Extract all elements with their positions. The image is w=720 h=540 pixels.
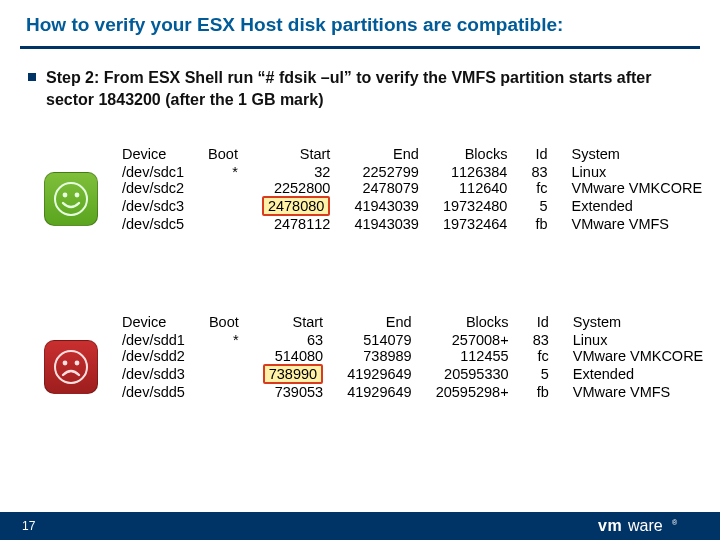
col-boot: Boot xyxy=(197,314,251,332)
table-row: /dev/sdc1*322252799112638483Linux xyxy=(122,164,714,180)
col-blocks: Blocks xyxy=(424,314,521,332)
col-id: Id xyxy=(521,314,561,332)
highlight-start-sector: 738990 xyxy=(263,364,323,384)
table-row: /dev/sdd2514080738989112455fcVMware VMKC… xyxy=(122,348,715,364)
smile-face-icon xyxy=(44,172,98,226)
col-end: End xyxy=(335,314,424,332)
svg-point-0 xyxy=(55,183,87,215)
col-blocks: Blocks xyxy=(431,146,520,164)
col-device: Device xyxy=(122,314,197,332)
col-device: Device xyxy=(122,146,196,164)
svg-text:®: ® xyxy=(672,519,678,526)
table-row: /dev/sdc524781124194303919732464fbVMware… xyxy=(122,216,714,232)
vmware-logo: vmware® xyxy=(598,516,698,536)
page-number: 17 xyxy=(22,519,35,533)
svg-point-5 xyxy=(75,361,80,366)
col-start: Start xyxy=(250,146,342,164)
table-row: /dev/sdd57390534192964920595298+fbVMware… xyxy=(122,384,715,400)
col-boot: Boot xyxy=(196,146,250,164)
title-underline xyxy=(20,46,700,49)
svg-text:ware: ware xyxy=(627,517,663,534)
table-row: /dev/sdc3247808041943039197324805Extende… xyxy=(122,196,714,216)
step-text: Step 2: From ESX Shell run “# fdsik –ul”… xyxy=(46,67,686,110)
svg-text:vm: vm xyxy=(598,517,622,534)
col-start: Start xyxy=(251,314,335,332)
fdisk-bad-table: DeviceBootStartEndBlocksIdSystem /dev/sd… xyxy=(122,314,715,400)
svg-point-3 xyxy=(55,351,87,383)
step-bullet: Step 2: From ESX Shell run “# fdsik –ul”… xyxy=(28,67,720,110)
page-title: How to verify your ESX Host disk partiti… xyxy=(0,0,720,36)
table-row: /dev/sdd373899041929649205953305Extended xyxy=(122,364,715,384)
col-end: End xyxy=(342,146,431,164)
col-system: System xyxy=(560,146,715,164)
table-row: /dev/sdc222528002478079112640fcVMware VM… xyxy=(122,180,714,196)
svg-point-2 xyxy=(75,193,80,198)
table-row: /dev/sdd1*63514079257008+83Linux xyxy=(122,332,715,348)
frown-face-icon xyxy=(44,340,98,394)
fdisk-good-table: DeviceBootStartEndBlocksIdSystem /dev/sd… xyxy=(122,146,714,232)
col-system: System xyxy=(561,314,716,332)
svg-point-1 xyxy=(63,193,68,198)
highlight-start-sector: 2478080 xyxy=(262,196,330,216)
svg-point-4 xyxy=(63,361,68,366)
bullet-square-icon xyxy=(28,73,36,81)
col-id: Id xyxy=(519,146,559,164)
